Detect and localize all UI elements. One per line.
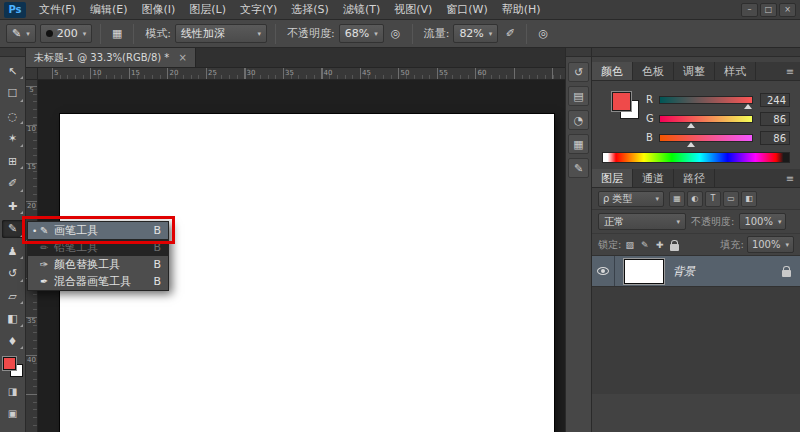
pen-pressure-opacity-icon[interactable]: ◎ xyxy=(386,24,406,43)
panel-dock-header[interactable] xyxy=(566,48,591,57)
fill-label: 填充: xyxy=(721,238,744,252)
clone-stamp-tool[interactable]: ♟ xyxy=(2,242,24,260)
tab-swatches[interactable]: 色板 xyxy=(633,62,674,80)
layer-name[interactable]: 背景 xyxy=(673,264,778,279)
brush-tip-preview-icon xyxy=(46,30,53,37)
lock-position-icon[interactable]: ✚ xyxy=(653,238,666,252)
tab-color[interactable]: 颜色 xyxy=(592,62,633,80)
panel-menu-icon[interactable]: ≡ xyxy=(780,62,800,80)
menu-layer[interactable]: 图层(L) xyxy=(182,0,233,20)
divider xyxy=(412,24,413,44)
layer-blend-mode-select[interactable]: 正常 ▾ xyxy=(598,213,686,230)
blur-tool[interactable]: ♦ xyxy=(2,332,24,350)
filter-smart-objects-icon[interactable]: ◧ xyxy=(741,191,757,207)
menu-select[interactable]: 选择(S) xyxy=(284,0,336,20)
rectangular-marquee-tool[interactable]: ☐ xyxy=(2,85,24,103)
panel-menu-icon[interactable]: ≡ xyxy=(780,169,800,187)
slider-thumb-icon[interactable] xyxy=(744,104,752,109)
layer-filter-type-select[interactable]: ρ 类型 ▾ xyxy=(598,191,664,207)
toggle-brush-panel-icon[interactable]: ▦ xyxy=(107,24,127,43)
eyedropper-tool[interactable]: ✐ xyxy=(2,175,24,193)
blend-mode-select[interactable]: 线性加深 ▾ xyxy=(175,24,267,43)
document-tab[interactable]: 未标题-1 @ 33.3%(RGB/8) * × xyxy=(26,48,196,67)
flow-select[interactable]: 82% ▾ xyxy=(453,24,498,43)
layer-lock-row: 锁定: ▨ ✎ ✚ 填充: 100% ▾ xyxy=(592,234,800,256)
layer-opacity-field[interactable]: 100% ▾ xyxy=(739,213,786,230)
quick-selection-tool[interactable]: ✶ xyxy=(2,130,24,148)
color-slider-track[interactable] xyxy=(659,134,753,142)
crop-tool[interactable]: ⊞ xyxy=(2,152,24,170)
panel-icon: ◔ xyxy=(574,114,584,127)
slider-thumb-icon[interactable] xyxy=(687,123,695,128)
tab-layers[interactable]: 图层 xyxy=(592,169,633,187)
brush-size-picker[interactable]: 200 ▾ xyxy=(40,24,93,43)
foreground-color-swatch[interactable] xyxy=(3,357,16,370)
tab-styles[interactable]: 样式 xyxy=(715,62,756,80)
channel-value-field[interactable]: 86 xyxy=(760,112,790,126)
tab-channels[interactable]: 通道 xyxy=(633,169,674,187)
move-tool[interactable]: ↖ xyxy=(2,62,24,80)
menu-file[interactable]: 文件(F) xyxy=(32,0,83,20)
history-brush-tool[interactable]: ↺ xyxy=(2,265,24,283)
lock-pixels-icon[interactable]: ✎ xyxy=(638,238,651,252)
healing-brush-tool[interactable]: ✚ xyxy=(2,197,24,215)
menu-edit[interactable]: 编辑(E) xyxy=(83,0,135,20)
tab-adjustments[interactable]: 调整 xyxy=(674,62,715,80)
color-spectrum-ramp[interactable] xyxy=(602,152,790,163)
channel-value-field[interactable]: 244 xyxy=(760,93,790,107)
foreground-color-swatch[interactable] xyxy=(612,92,631,111)
panel-dock-icon-history[interactable]: ↺ xyxy=(568,62,589,82)
color-slider-track[interactable] xyxy=(659,96,753,104)
lock-all-icon[interactable] xyxy=(670,244,679,251)
close-button[interactable]: × xyxy=(779,3,796,17)
filter-adjustment-layers-icon[interactable]: ◐ xyxy=(687,191,703,207)
tool-preset-picker[interactable]: ✎ ▾ xyxy=(6,24,36,43)
brush-variant-icon: ✒ xyxy=(40,276,54,287)
layer-thumbnail[interactable] xyxy=(624,259,664,284)
color-slider-track[interactable] xyxy=(659,115,753,123)
lock-transparency-icon[interactable]: ▨ xyxy=(623,238,636,252)
layer-fill-field[interactable]: 100% ▾ xyxy=(747,236,794,253)
brush-tool[interactable]: ✎ xyxy=(2,220,24,238)
panel-dock-icon-character[interactable]: ▦ xyxy=(568,134,589,154)
tab-paths[interactable]: 路径 xyxy=(674,169,715,187)
horizontal-ruler[interactable]: 51015202530354045505560 xyxy=(38,68,565,80)
menu-type[interactable]: 文字(Y) xyxy=(233,0,284,20)
foreground-background-swatches[interactable] xyxy=(3,357,23,377)
panel-icon: ↺ xyxy=(574,66,583,79)
slider-thumb-icon[interactable] xyxy=(687,142,695,147)
menu-help[interactable]: 帮助(H) xyxy=(495,0,548,20)
pen-pressure-size-icon[interactable]: ◎ xyxy=(533,24,553,43)
eraser-tool[interactable]: ▱ xyxy=(2,287,24,305)
airbrush-icon[interactable]: ✐ xyxy=(500,24,520,43)
menu-image[interactable]: 图像(I) xyxy=(134,0,182,20)
minimize-button[interactable]: – xyxy=(741,3,758,17)
panel-dock-icon-info[interactable]: ◔ xyxy=(568,110,589,130)
filter-type-layers-icon[interactable]: T xyxy=(705,191,721,207)
flyout-color-replacement-tool[interactable]: ✑ 颜色替换工具 B xyxy=(28,256,168,273)
filter-shape-layers-icon[interactable]: ▭ xyxy=(723,191,739,207)
channel-value-field[interactable]: 86 xyxy=(760,131,790,145)
layer-visibility-cell[interactable] xyxy=(592,256,615,286)
flyout-mixer-brush-tool[interactable]: ✒ 混合器画笔工具 B xyxy=(28,273,168,290)
layer-row-background[interactable]: 背景 xyxy=(592,256,800,287)
tools-panel-header[interactable] xyxy=(0,48,25,57)
quick-mask-button[interactable]: ◨ xyxy=(2,383,24,399)
filter-pixel-layers-icon[interactable]: ▦ xyxy=(669,191,685,207)
panel-dock-icon-properties[interactable]: ▤ xyxy=(568,86,589,106)
opacity-value: 68% xyxy=(345,27,369,40)
lasso-tool[interactable]: ◌ xyxy=(2,107,24,125)
eye-icon[interactable] xyxy=(597,267,609,275)
menu-view[interactable]: 视图(V) xyxy=(387,0,439,20)
color-slider-row: B 86 xyxy=(646,128,790,147)
gradient-tool[interactable]: ◧ xyxy=(2,310,24,328)
panel-dock-icon-paths[interactable]: ✎ xyxy=(568,158,589,178)
menu-filter[interactable]: 滤镜(T) xyxy=(336,0,387,20)
menu-window[interactable]: 窗口(W) xyxy=(439,0,494,20)
tool-icon: ♦ xyxy=(8,335,18,348)
opacity-select[interactable]: 68% ▾ xyxy=(339,24,384,43)
restore-button[interactable]: □ xyxy=(760,3,777,17)
screen-mode-button[interactable]: ▣ xyxy=(2,405,24,421)
tab-close-icon[interactable]: × xyxy=(178,52,186,63)
panel-group-header[interactable] xyxy=(592,48,800,57)
